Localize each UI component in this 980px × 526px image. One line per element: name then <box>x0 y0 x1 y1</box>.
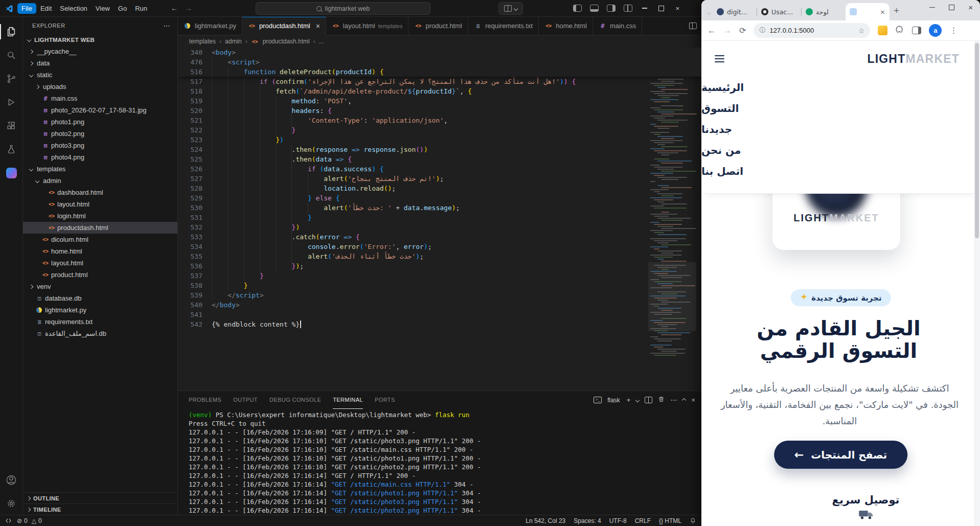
file-tree-item[interactable]: ▧photo_2026-02-07_17-58-31.jpg <box>23 104 177 116</box>
breadcrumb-item[interactable]: admin <box>225 38 242 45</box>
code-editor[interactable]: 517if (confirm('هل أنت متأكد من حذف هذا … <box>178 48 701 391</box>
minimap[interactable] <box>650 48 694 391</box>
file-tree-item[interactable]: <>dicolum.html <box>23 234 177 245</box>
browser-forward-icon[interactable]: → <box>723 26 732 35</box>
browser-menu-icon[interactable]: ⋮ <box>949 26 958 35</box>
file-tree-item[interactable]: <>login.html <box>23 210 177 222</box>
extension-colored-icon[interactable] <box>0 161 22 185</box>
file-tree-item[interactable]: data <box>23 57 177 69</box>
file-tree-item[interactable]: <>productdash.html <box>23 222 177 234</box>
file-tree-item[interactable]: ◫database.db <box>23 292 177 304</box>
explorer-icon[interactable] <box>0 20 22 43</box>
editor-tab[interactable]: #main.css <box>593 17 642 35</box>
browse-products-button[interactable]: تصفح المنتجات ← <box>774 441 908 469</box>
vscode-close-button[interactable]: × <box>670 0 685 16</box>
browser-tab[interactable]: Usac... <box>757 3 801 20</box>
file-tree-item[interactable]: ▧photo4.png <box>23 151 177 163</box>
command-center-search[interactable]: lightmarket web <box>256 2 430 15</box>
customize-layout-icon[interactable] <box>620 5 636 12</box>
new-tab-button[interactable]: + <box>894 5 899 16</box>
editor-tab[interactable]: <>productdash.html× <box>242 17 326 35</box>
toggle-sidebar-icon[interactable] <box>569 5 586 12</box>
file-tree-item[interactable]: #main.css <box>23 93 177 104</box>
breadcrumb-item[interactable]: ... <box>319 38 324 45</box>
toggle-secondary-sidebar-icon[interactable] <box>603 5 620 12</box>
vscode-maximize-button[interactable] <box>653 0 670 16</box>
tab-search-icon[interactable] <box>707 11 711 15</box>
bookmark-star-icon[interactable]: ☆ <box>858 27 865 35</box>
file-tree-item[interactable]: admin <box>23 175 177 187</box>
close-icon[interactable]: × <box>316 22 320 30</box>
browser-reload-icon[interactable]: ⟳ <box>739 26 746 35</box>
nav-link-اتصل بنا[interactable]: اتصل بنا <box>701 161 980 181</box>
hamburger-menu-icon[interactable] <box>715 55 724 64</box>
status-item[interactable]: CRLF <box>635 517 651 524</box>
panel-more-icon[interactable]: ⋯ <box>670 396 677 404</box>
notifications-bell-icon[interactable] <box>690 517 696 524</box>
nav-link-التسوق[interactable]: التسوق <box>701 98 980 119</box>
browser-back-icon[interactable]: ← <box>708 26 716 35</box>
terminal-output[interactable]: (venv) PS C:\Users\expert informatique\D… <box>178 409 701 523</box>
menu-go[interactable]: Go <box>114 3 131 14</box>
editor-tab[interactable]: lightmarket.py <box>178 17 242 35</box>
file-tree-item[interactable]: ▧photo2.png <box>23 128 177 140</box>
menu-run[interactable]: Run <box>131 3 151 14</box>
workspace-section-header[interactable]: LIGHTMARKET WEB <box>23 34 177 45</box>
run-debug-icon[interactable] <box>0 90 22 114</box>
toggle-panel-icon[interactable] <box>586 5 603 12</box>
file-tree-item[interactable]: lightmarket.py <box>23 304 177 316</box>
file-tree-item[interactable]: <>home.html <box>23 245 177 257</box>
nav-link-من نحن[interactable]: من نحن <box>701 140 980 161</box>
explorer-more-icon[interactable]: ⋯ <box>163 22 170 30</box>
side-panel-icon[interactable] <box>912 27 921 34</box>
file-tree-item[interactable]: static <box>23 69 177 81</box>
breadcrumb-item[interactable]: templates <box>189 38 216 45</box>
file-tree-item[interactable]: ▧photo1.png <box>23 116 177 128</box>
file-tree-item[interactable]: ▧photo3.png <box>23 140 177 151</box>
outline-section[interactable]: OUTLINE <box>23 492 177 504</box>
history-forward-icon[interactable]: → <box>185 4 192 12</box>
breadcrumb-item[interactable]: productdash.html <box>263 38 310 45</box>
address-bar[interactable]: ⓘ 127.0.0.1:5000 ☆ <box>754 23 870 38</box>
browser-minimize-button[interactable] <box>929 7 935 8</box>
new-terminal-icon[interactable]: + <box>627 396 631 404</box>
editor-tab[interactable]: <>layout.htmltemplates <box>326 17 409 35</box>
browser-close-button[interactable]: × <box>968 5 973 10</box>
close-panel-icon[interactable]: × <box>691 396 695 404</box>
file-tree-item[interactable]: ◫اسم_ملف_القاعدة.db <box>23 328 177 339</box>
file-tree-item[interactable]: templates <box>23 163 177 175</box>
page-scrollbar[interactable] <box>974 41 980 526</box>
nav-link-جديدنا[interactable]: جديدنا <box>701 119 980 140</box>
kill-terminal-icon[interactable] <box>658 396 665 404</box>
file-tree-item[interactable]: __pycache__ <box>23 45 177 57</box>
source-control-icon[interactable] <box>0 67 22 90</box>
editor-tab[interactable]: <>home.html <box>539 17 593 35</box>
timeline-section[interactable]: TIMELINE <box>23 504 177 515</box>
site-logo[interactable]: LIGHTMARKET <box>867 52 960 66</box>
extension-yellow-icon[interactable] <box>878 26 887 35</box>
file-tree-item[interactable]: venv <box>23 281 177 292</box>
status-item[interactable]: Spaces: 4 <box>574 517 601 524</box>
status-item[interactable]: UTF-8 <box>609 517 627 524</box>
site-info-icon[interactable]: ⓘ <box>759 26 765 35</box>
browser-tab[interactable]: لوحة <box>802 3 846 20</box>
testing-icon[interactable] <box>0 138 22 161</box>
remote-indicator-icon[interactable] <box>5 517 12 524</box>
extensions-icon[interactable] <box>0 114 22 138</box>
file-tree-item[interactable]: <>product.html <box>23 269 177 281</box>
settings-gear-icon[interactable] <box>0 492 22 515</box>
terminal-profile-label[interactable]: flask <box>607 397 620 404</box>
menu-view[interactable]: View <box>92 3 114 14</box>
file-tree-item[interactable]: ≡requirements.txt <box>23 316 177 328</box>
maximize-panel-icon[interactable] <box>682 398 686 402</box>
problems-status[interactable]: ⊘0 △0 <box>17 517 42 524</box>
menu-selection[interactable]: Selection <box>56 3 91 14</box>
editor-tab[interactable]: ≡requirements.txt <box>468 17 539 35</box>
panel-tab-debug-console[interactable]: DEBUG CONSOLE <box>269 391 321 409</box>
file-tree-item[interactable]: <>layout.html <box>23 198 177 210</box>
panel-tab-output[interactable]: OUTPUT <box>233 391 258 409</box>
vscode-minimize-button[interactable] <box>636 0 653 16</box>
browser-maximize-button[interactable] <box>949 5 954 10</box>
browser-tab[interactable]: × <box>846 3 890 20</box>
split-editor-icon[interactable] <box>684 17 701 35</box>
